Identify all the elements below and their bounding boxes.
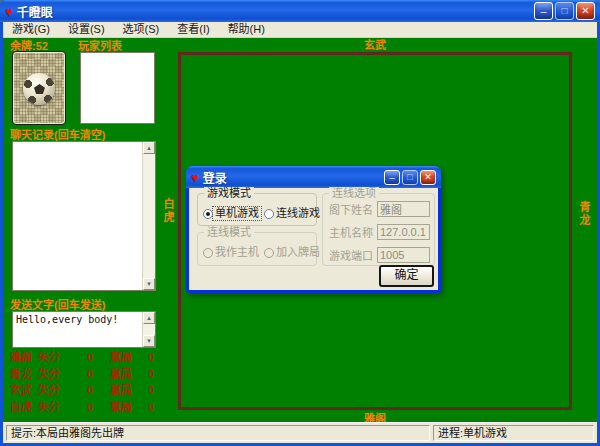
radio-join-game: 加入牌局 (264, 246, 322, 259)
app-heart-icon: ♥ (5, 5, 13, 18)
seat-label-west: 白虎 (160, 198, 176, 224)
soccer-ball-icon (23, 73, 55, 105)
menu-item-options[interactable]: 选项(S) (114, 22, 169, 37)
name-field (377, 201, 430, 217)
seat-label-north: 玄武 (178, 39, 572, 51)
win-label: 赢局 (110, 384, 140, 396)
ok-button[interactable]: 确定 (379, 265, 434, 287)
player-name: 玄武 (10, 384, 38, 396)
score-row: 雅阁 失分 0 赢局 0 (10, 351, 170, 363)
loss-label: 失分 (38, 401, 70, 413)
card-back (12, 51, 66, 125)
name-field-label: 阁下姓名 (329, 201, 377, 217)
conn-mode-group: 连线模式 我作主机 加入牌局 (197, 232, 317, 266)
loss-value: 0 (70, 368, 110, 380)
win-label: 赢局 (110, 401, 140, 413)
player-list-label: 玩家列表 (78, 40, 122, 52)
win-value: 0 (140, 351, 162, 363)
scroll-up-icon[interactable]: ▲ (143, 312, 155, 324)
radio-be-host: 我作主机 (203, 246, 261, 259)
host-field (377, 224, 430, 240)
chat-log-box: ▲ ▼ (12, 141, 156, 291)
dialog-body: 游戏模式 单机游戏 连线游戏 连线模式 (189, 188, 438, 290)
menu-item-settings[interactable]: 设置(S) (59, 22, 114, 37)
app-window: ♥ 千瞪眼 _ □ ✕ 游戏(G) 设置(S) 选项(S) 查看(I) 帮助(H… (0, 0, 600, 446)
title-bar: ♥ 千瞪眼 _ □ ✕ (0, 0, 600, 22)
minimize-button[interactable]: _ (534, 2, 553, 20)
radio-dot-icon (264, 209, 274, 219)
send-scrollbar[interactable]: ▲ ▼ (142, 312, 155, 347)
loss-label: 失分 (38, 351, 70, 363)
chat-scrollbar[interactable]: ▲ ▼ (142, 142, 155, 290)
dialog-maximize-button[interactable]: □ (402, 170, 418, 185)
win-label: 赢局 (110, 368, 140, 380)
player-name: 雅阁 (10, 351, 38, 363)
window-title: 千瞪眼 (17, 3, 534, 20)
status-hint: 提示:本局由雅阁先出牌 (6, 425, 430, 441)
menu-item-game[interactable]: 游戏(G) (3, 22, 59, 37)
loss-value: 0 (70, 384, 110, 396)
send-text-box: Hello,every body! ▲ ▼ (12, 311, 156, 348)
win-label: 赢局 (110, 351, 140, 363)
send-text-label: 发送文字(回车发送) (10, 299, 105, 311)
seat-label-east: 青龙 (576, 201, 592, 227)
conn-mode-group-label: 连线模式 (204, 226, 254, 239)
chat-log-textarea[interactable] (13, 142, 142, 290)
close-button[interactable]: ✕ (576, 2, 595, 20)
scroll-down-icon[interactable]: ▼ (143, 335, 155, 347)
scroll-down-icon[interactable]: ▼ (143, 278, 155, 290)
game-client-area: 余牌:52 玩家列表 聊天记录(回车清空) ▲ ▼ 发送文字(回车发送) Hel… (3, 38, 597, 422)
dialog-title-bar[interactable]: ♥ 登录 _ □ ✕ (186, 166, 441, 188)
conn-options-group-label: 连线选项 (329, 187, 379, 200)
radio-single-game[interactable]: 单机游戏 (203, 207, 261, 220)
host-field-label: 主机名称 (329, 224, 377, 240)
game-mode-group: 游戏模式 单机游戏 连线游戏 (197, 193, 317, 226)
player-name: 白虎 (10, 401, 38, 413)
conn-options-group: 连线选项 阁下姓名 主机名称 游戏端口 (322, 193, 435, 266)
loss-label: 失分 (38, 368, 70, 380)
menu-item-view[interactable]: 查看(I) (168, 22, 218, 37)
player-list[interactable] (80, 52, 155, 124)
port-field (377, 247, 430, 263)
win-value: 0 (140, 384, 162, 396)
player-name: 青龙 (10, 368, 38, 380)
dialog-close-button[interactable]: ✕ (420, 170, 436, 185)
maximize-button[interactable]: □ (555, 2, 574, 20)
game-mode-group-label: 游戏模式 (204, 187, 254, 200)
score-row: 白虎 失分 0 赢局 0 (10, 401, 170, 413)
window-controls: _ □ ✕ (534, 2, 595, 20)
win-value: 0 (140, 368, 162, 380)
score-row: 玄武 失分 0 赢局 0 (10, 384, 170, 396)
menu-bar: 游戏(G) 设置(S) 选项(S) 查看(I) 帮助(H) (3, 22, 597, 38)
win-value: 0 (140, 401, 162, 413)
loss-value: 0 (70, 351, 110, 363)
status-bar: 提示:本局由雅阁先出牌 进程:单机游戏 (3, 422, 597, 443)
loss-label: 失分 (38, 384, 70, 396)
menu-item-help[interactable]: 帮助(H) (219, 22, 274, 37)
radio-dot-icon (203, 248, 213, 258)
chat-log-label: 聊天记录(回车清空) (10, 129, 105, 141)
dialog-heart-icon: ♥ (191, 171, 199, 184)
port-field-label: 游戏端口 (329, 247, 377, 263)
dialog-minimize-button[interactable]: _ (384, 170, 400, 185)
radio-online-game[interactable]: 连线游戏 (264, 207, 322, 220)
score-row: 青龙 失分 0 赢局 0 (10, 368, 170, 380)
radio-dot-icon (264, 248, 274, 258)
status-progress: 进程:单机游戏 (433, 425, 594, 441)
dialog-title: 登录 (203, 169, 382, 186)
scoreboard: 雅阁 失分 0 赢局 0 青龙 失分 0 赢局 0 玄武 失分 0 赢局 0 (10, 351, 170, 417)
send-textarea[interactable]: Hello,every body! (13, 312, 142, 347)
scroll-up-icon[interactable]: ▲ (143, 142, 155, 154)
loss-value: 0 (70, 401, 110, 413)
login-dialog: ♥ 登录 _ □ ✕ 游戏模式 单机游戏 连线游戏 (186, 166, 441, 293)
radio-dot-icon (203, 209, 213, 219)
